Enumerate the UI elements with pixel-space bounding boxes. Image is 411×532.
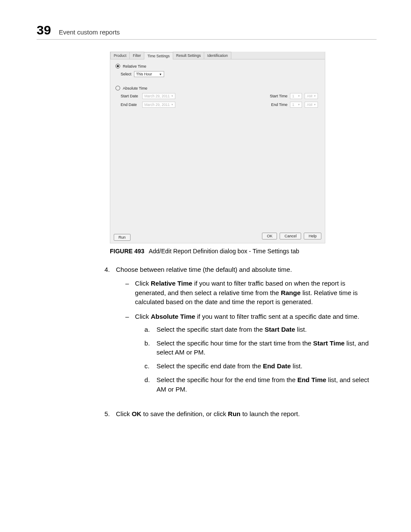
figure-number: FIGURE 493 [110, 248, 144, 255]
chevron-down-icon: ▾ [314, 94, 316, 98]
step-4-text: Choose between relative time (the defaul… [116, 266, 292, 273]
absolute-time-radio[interactable] [115, 86, 120, 90]
chevron-down-icon: ▼ [159, 73, 162, 76]
start-time-hour-select[interactable]: 1 ▾ [290, 93, 302, 99]
relative-time-label: Relative Time [123, 64, 146, 68]
start-time-ampm-select[interactable]: AM ▾ [305, 93, 318, 99]
help-button[interactable]: Help [304, 233, 321, 240]
step-4-number: 4. [102, 265, 110, 403]
absolute-time-instruction: Click Absolute Time if you want to filte… [135, 312, 377, 398]
page-number: 39 [37, 24, 51, 37]
section-title: Event custom reports [59, 28, 120, 36]
tab-product[interactable]: Product [110, 52, 130, 59]
end-date-field[interactable]: March 29, 2011 ▾ [142, 102, 175, 108]
end-time-label: End Time [271, 103, 287, 107]
end-time-hour-select[interactable]: 1 ▾ [290, 102, 302, 108]
tab-identification[interactable]: Identification [204, 52, 231, 59]
figure-caption-text: Add/Edit Report Definition dialog box - … [149, 248, 299, 255]
tab-result-settings[interactable]: Result Settings [173, 52, 204, 59]
step-5-number: 5. [102, 409, 110, 419]
cancel-button[interactable]: Cancel [280, 233, 301, 240]
chevron-down-icon: ▾ [298, 103, 300, 106]
tab-time-settings[interactable]: Time Settings [144, 52, 173, 59]
relative-time-instruction: Click Relative Time if you want to filte… [135, 279, 377, 307]
time-settings-dialog: Product Filter Time Settings Result Sett… [110, 52, 325, 243]
select-label: Select [121, 72, 131, 76]
ok-button[interactable]: OK [262, 233, 277, 240]
start-date-label: Start Date [121, 94, 140, 98]
step-5-text: Click OK to save the definition, or clic… [116, 409, 377, 419]
figure-caption: FIGURE 493Add/Edit Report Definition dia… [110, 248, 377, 255]
chevron-down-icon: ▾ [298, 94, 300, 98]
relative-time-radio[interactable] [115, 64, 120, 68]
chevron-down-icon: ▾ [171, 103, 173, 106]
dialog-tabs: Product Filter Time Settings Result Sett… [110, 52, 325, 59]
chevron-down-icon: ▾ [314, 103, 316, 106]
instruction-steps: 4. Choose between relative time (the def… [102, 265, 377, 419]
end-time-ampm-select[interactable]: AM ▾ [305, 102, 318, 108]
tab-filter[interactable]: Filter [129, 52, 144, 59]
running-header: 39 Event custom reports [37, 24, 377, 40]
start-date-field[interactable]: March 29, 2011 ▾ [142, 93, 175, 99]
absolute-time-label: Absolute Time [123, 86, 147, 90]
run-button[interactable]: Run [114, 234, 131, 241]
end-date-label: End Date [121, 103, 140, 107]
start-time-label: Start Time [270, 94, 287, 98]
chevron-down-icon: ▾ [171, 94, 173, 98]
relative-time-select[interactable]: This Hour ▼ [134, 71, 164, 77]
figure-493: Product Filter Time Settings Result Sett… [110, 52, 377, 243]
